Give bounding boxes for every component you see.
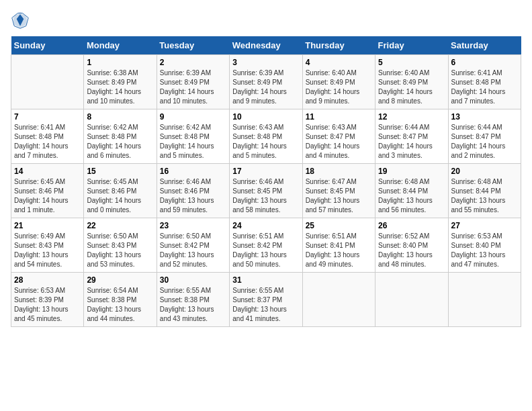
day-info: Sunrise: 6:40 AM Sunset: 8:49 PM Dayligh…	[378, 68, 445, 106]
day-info: Sunrise: 6:41 AM Sunset: 8:48 PM Dayligh…	[14, 123, 81, 161]
calendar-cell: 22Sunrise: 6:50 AM Sunset: 8:43 PM Dayli…	[84, 218, 157, 273]
calendar-week-row: 14Sunrise: 6:45 AM Sunset: 8:46 PM Dayli…	[11, 164, 521, 218]
calendar-cell: 1Sunrise: 6:38 AM Sunset: 8:49 PM Daylig…	[84, 55, 157, 109]
day-info: Sunrise: 6:45 AM Sunset: 8:46 PM Dayligh…	[14, 177, 81, 215]
calendar-cell: 9Sunrise: 6:42 AM Sunset: 8:48 PM Daylig…	[157, 109, 229, 164]
day-info: Sunrise: 6:41 AM Sunset: 8:48 PM Dayligh…	[451, 68, 518, 106]
calendar-cell: 14Sunrise: 6:45 AM Sunset: 8:46 PM Dayli…	[11, 164, 84, 218]
calendar-cell: 28Sunrise: 6:53 AM Sunset: 8:39 PM Dayli…	[11, 273, 84, 327]
day-info: Sunrise: 6:39 AM Sunset: 8:49 PM Dayligh…	[160, 68, 226, 106]
calendar-table: SundayMondayTuesdayWednesdayThursdayFrid…	[11, 36, 521, 327]
day-number: 8	[87, 112, 153, 122]
day-info: Sunrise: 6:54 AM Sunset: 8:38 PM Dayligh…	[87, 286, 153, 324]
day-info: Sunrise: 6:50 AM Sunset: 8:43 PM Dayligh…	[87, 232, 153, 269]
generalblue-icon	[11, 11, 30, 30]
day-of-week-header: Tuesday	[157, 36, 229, 55]
calendar-cell: 15Sunrise: 6:45 AM Sunset: 8:46 PM Dayli…	[84, 164, 157, 218]
calendar-cell	[302, 273, 375, 327]
day-info: Sunrise: 6:53 AM Sunset: 8:40 PM Dayligh…	[451, 232, 518, 269]
day-info: Sunrise: 6:50 AM Sunset: 8:42 PM Dayligh…	[160, 232, 226, 269]
day-info: Sunrise: 6:49 AM Sunset: 8:43 PM Dayligh…	[14, 232, 81, 269]
day-number: 17	[232, 167, 299, 176]
calendar-cell: 6Sunrise: 6:41 AM Sunset: 8:48 PM Daylig…	[448, 55, 521, 109]
day-number: 3	[232, 58, 299, 67]
day-info: Sunrise: 6:42 AM Sunset: 8:48 PM Dayligh…	[160, 123, 226, 161]
day-number: 14	[14, 167, 81, 176]
day-number: 10	[232, 112, 299, 122]
calendar-cell: 5Sunrise: 6:40 AM Sunset: 8:49 PM Daylig…	[375, 55, 448, 109]
calendar-week-row: 21Sunrise: 6:49 AM Sunset: 8:43 PM Dayli…	[11, 218, 521, 273]
calendar-cell: 31Sunrise: 6:55 AM Sunset: 8:37 PM Dayli…	[230, 273, 302, 327]
day-number: 31	[232, 275, 299, 285]
page-header	[11, 11, 521, 30]
day-info: Sunrise: 6:46 AM Sunset: 8:46 PM Dayligh…	[160, 177, 226, 215]
calendar-cell: 12Sunrise: 6:44 AM Sunset: 8:47 PM Dayli…	[375, 109, 448, 164]
calendar-week-row: 7Sunrise: 6:41 AM Sunset: 8:48 PM Daylig…	[11, 109, 521, 164]
day-of-week-header: Friday	[375, 36, 448, 55]
day-info: Sunrise: 6:51 AM Sunset: 8:42 PM Dayligh…	[232, 232, 299, 269]
day-number: 12	[378, 112, 445, 122]
calendar-week-row: 28Sunrise: 6:53 AM Sunset: 8:39 PM Dayli…	[11, 273, 521, 327]
day-info: Sunrise: 6:48 AM Sunset: 8:44 PM Dayligh…	[378, 177, 445, 215]
day-of-week-header: Saturday	[448, 36, 521, 55]
calendar-cell: 18Sunrise: 6:47 AM Sunset: 8:45 PM Dayli…	[302, 164, 375, 218]
day-number: 18	[306, 167, 372, 176]
day-info: Sunrise: 6:43 AM Sunset: 8:48 PM Dayligh…	[232, 123, 299, 161]
calendar-cell: 30Sunrise: 6:55 AM Sunset: 8:38 PM Dayli…	[157, 273, 229, 327]
day-number: 28	[14, 275, 81, 285]
day-number: 1	[87, 58, 153, 67]
day-of-week-header: Thursday	[302, 36, 375, 55]
day-info: Sunrise: 6:48 AM Sunset: 8:44 PM Dayligh…	[451, 177, 518, 215]
calendar-cell: 26Sunrise: 6:52 AM Sunset: 8:40 PM Dayli…	[375, 218, 448, 273]
day-number: 15	[87, 167, 153, 176]
day-number: 23	[160, 221, 226, 230]
calendar-cell: 21Sunrise: 6:49 AM Sunset: 8:43 PM Dayli…	[11, 218, 84, 273]
day-info: Sunrise: 6:55 AM Sunset: 8:38 PM Dayligh…	[160, 286, 226, 324]
calendar-cell: 11Sunrise: 6:43 AM Sunset: 8:47 PM Dayli…	[302, 109, 375, 164]
day-number: 26	[378, 221, 445, 230]
day-number: 19	[378, 167, 445, 176]
calendar-cell: 3Sunrise: 6:39 AM Sunset: 8:49 PM Daylig…	[230, 55, 302, 109]
calendar-cell: 20Sunrise: 6:48 AM Sunset: 8:44 PM Dayli…	[448, 164, 521, 218]
day-info: Sunrise: 6:47 AM Sunset: 8:45 PM Dayligh…	[306, 177, 372, 215]
day-info: Sunrise: 6:39 AM Sunset: 8:49 PM Dayligh…	[232, 68, 299, 106]
day-number: 7	[14, 112, 81, 122]
day-number: 24	[232, 221, 299, 230]
day-info: Sunrise: 6:51 AM Sunset: 8:41 PM Dayligh…	[306, 232, 372, 269]
day-info: Sunrise: 6:44 AM Sunset: 8:47 PM Dayligh…	[378, 123, 445, 161]
day-info: Sunrise: 6:44 AM Sunset: 8:47 PM Dayligh…	[451, 123, 518, 161]
calendar-cell: 27Sunrise: 6:53 AM Sunset: 8:40 PM Dayli…	[448, 218, 521, 273]
day-number: 29	[87, 275, 153, 285]
calendar-header-row: SundayMondayTuesdayWednesdayThursdayFrid…	[11, 36, 521, 55]
calendar-cell: 24Sunrise: 6:51 AM Sunset: 8:42 PM Dayli…	[230, 218, 302, 273]
calendar-cell	[375, 273, 448, 327]
day-number: 16	[160, 167, 226, 176]
day-number: 25	[306, 221, 372, 230]
calendar-cell: 23Sunrise: 6:50 AM Sunset: 8:42 PM Dayli…	[157, 218, 229, 273]
calendar-cell: 13Sunrise: 6:44 AM Sunset: 8:47 PM Dayli…	[448, 109, 521, 164]
day-number: 11	[306, 112, 372, 122]
calendar-cell	[11, 55, 84, 109]
day-number: 30	[160, 275, 226, 285]
logo	[11, 11, 32, 30]
day-info: Sunrise: 6:53 AM Sunset: 8:39 PM Dayligh…	[14, 286, 81, 324]
day-number: 22	[87, 221, 153, 230]
calendar-cell: 16Sunrise: 6:46 AM Sunset: 8:46 PM Dayli…	[157, 164, 229, 218]
day-number: 6	[451, 58, 518, 67]
day-of-week-header: Wednesday	[230, 36, 302, 55]
calendar-cell: 17Sunrise: 6:46 AM Sunset: 8:45 PM Dayli…	[230, 164, 302, 218]
calendar-cell: 2Sunrise: 6:39 AM Sunset: 8:49 PM Daylig…	[157, 55, 229, 109]
day-number: 27	[451, 221, 518, 230]
calendar-cell: 29Sunrise: 6:54 AM Sunset: 8:38 PM Dayli…	[84, 273, 157, 327]
day-number: 21	[14, 221, 81, 230]
day-info: Sunrise: 6:52 AM Sunset: 8:40 PM Dayligh…	[378, 232, 445, 269]
calendar-cell: 10Sunrise: 6:43 AM Sunset: 8:48 PM Dayli…	[230, 109, 302, 164]
day-number: 9	[160, 112, 226, 122]
day-info: Sunrise: 6:43 AM Sunset: 8:47 PM Dayligh…	[306, 123, 372, 161]
day-info: Sunrise: 6:55 AM Sunset: 8:37 PM Dayligh…	[232, 286, 299, 324]
calendar-cell: 25Sunrise: 6:51 AM Sunset: 8:41 PM Dayli…	[302, 218, 375, 273]
calendar-cell: 19Sunrise: 6:48 AM Sunset: 8:44 PM Dayli…	[375, 164, 448, 218]
day-number: 2	[160, 58, 226, 67]
day-of-week-header: Monday	[84, 36, 157, 55]
day-info: Sunrise: 6:40 AM Sunset: 8:49 PM Dayligh…	[306, 68, 372, 106]
